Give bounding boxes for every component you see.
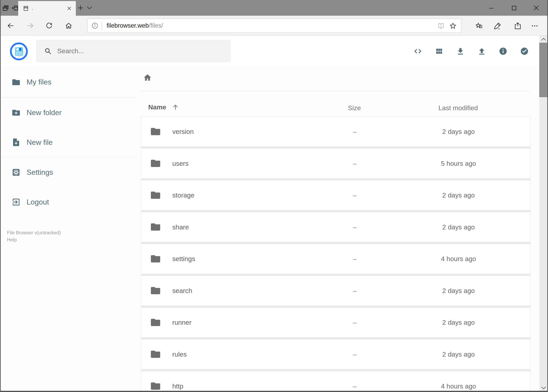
file-name: search <box>172 276 192 306</box>
select-check-icon[interactable] <box>520 47 529 55</box>
folder-icon <box>150 285 161 296</box>
column-header-name[interactable]: Name <box>148 104 179 111</box>
file-size: – <box>334 117 376 147</box>
favorites-hub-icon[interactable] <box>475 22 483 30</box>
titlebar: . <box>0 0 548 16</box>
address-bar[interactable]: filebrowser.web/files/ <box>87 19 461 33</box>
sidebar-label: New file <box>27 132 53 153</box>
file-row[interactable]: settings – 4 hours ago <box>141 244 530 274</box>
shell-toggle-icon[interactable] <box>413 47 422 55</box>
file-modified: 2 days ago <box>406 117 511 147</box>
url-domain: filebrowser.web <box>107 22 149 29</box>
settings-icon <box>12 168 21 177</box>
new-tab-button[interactable] <box>77 5 84 11</box>
tab-preview-icon[interactable] <box>2 5 9 12</box>
file-row[interactable]: storage – 2 days ago <box>141 181 530 210</box>
column-headers: Name Size Last modified <box>137 100 539 116</box>
url-path: /files/ <box>149 22 163 29</box>
web-note-pen-icon[interactable] <box>493 22 502 30</box>
sidebar-item-my-files[interactable]: My files <box>0 72 137 93</box>
file-row[interactable]: share – 2 days ago <box>141 212 530 242</box>
window-maximize-button[interactable] <box>506 0 522 16</box>
reading-view-icon[interactable] <box>437 22 445 29</box>
folder-icon <box>150 253 161 264</box>
refresh-icon[interactable] <box>45 22 53 29</box>
file-modified: 2 days ago <box>406 181 511 210</box>
file-name: version <box>172 117 194 147</box>
window-close-button[interactable] <box>528 0 544 16</box>
site-info-icon[interactable] <box>91 22 98 29</box>
folder-icon <box>150 189 161 201</box>
grid-view-icon[interactable] <box>435 47 444 55</box>
sort-ascending-icon <box>172 104 179 111</box>
url-text[interactable]: filebrowser.web/files/ <box>107 22 437 29</box>
window-minimize-button[interactable] <box>483 0 499 16</box>
file-modified: 5 hours ago <box>406 148 511 178</box>
browser-navbar: filebrowser.web/files/ <box>0 16 548 36</box>
add-favorite-star-icon[interactable] <box>449 22 457 29</box>
sidebar-label: Logout <box>27 192 49 213</box>
file-size: – <box>334 181 376 210</box>
breadcrumb-divider <box>141 91 531 91</box>
sidebar-label: My files <box>27 72 51 93</box>
file-row[interactable]: version – 2 days ago <box>141 117 530 147</box>
browser-tab[interactable]: . <box>18 1 76 16</box>
forward-icon[interactable] <box>27 22 34 29</box>
file-modified: 2 days ago <box>406 339 511 369</box>
scroll-down-icon[interactable] <box>539 384 548 391</box>
filebrowser-logo[interactable] <box>10 42 28 61</box>
sidebar-item-new-folder[interactable]: New folder <box>0 102 137 123</box>
folder-icon <box>150 221 161 232</box>
folder-icon <box>150 126 161 137</box>
tab-list-chevron-icon[interactable] <box>86 5 92 11</box>
help-link[interactable]: Help <box>7 236 61 243</box>
sidebar-item-settings[interactable]: Settings <box>0 162 137 183</box>
file-modified: 2 days ago <box>406 276 511 306</box>
download-icon[interactable] <box>456 47 465 55</box>
column-header-modified[interactable]: Last modified <box>406 104 511 112</box>
search-input[interactable] <box>56 47 231 55</box>
header-actions <box>413 36 539 66</box>
tab-title: . <box>32 6 67 11</box>
folder-icon <box>12 78 21 87</box>
page-icon <box>23 6 29 11</box>
file-row[interactable]: users – 5 hours ago <box>141 148 530 178</box>
file-row[interactable]: runner – 2 days ago <box>141 308 530 337</box>
scrollbar-thumb[interactable] <box>539 43 548 97</box>
scroll-up-icon[interactable] <box>539 36 548 43</box>
file-size: – <box>334 244 376 274</box>
file-size: – <box>334 212 376 242</box>
file-row[interactable]: rules – 2 days ago <box>141 339 530 369</box>
more-options-icon[interactable] <box>531 22 539 30</box>
browser-window: . <box>0 0 548 392</box>
file-row[interactable]: search – 2 days ago <box>141 276 530 306</box>
new-folder-icon <box>12 108 21 117</box>
back-icon[interactable] <box>7 22 14 29</box>
sidebar-divider <box>0 97 137 98</box>
logout-icon <box>12 197 21 206</box>
file-name: rules <box>172 339 187 369</box>
share-icon[interactable] <box>513 22 522 30</box>
file-size: – <box>334 276 376 306</box>
version-text: File Browser v(untracked) <box>7 229 61 236</box>
sidebar-item-logout[interactable]: Logout <box>0 192 137 213</box>
home-icon[interactable] <box>65 22 72 29</box>
sidebar-label: Settings <box>27 162 53 183</box>
page-scrollbar[interactable] <box>539 36 548 392</box>
folder-icon <box>150 317 161 328</box>
file-size: – <box>334 308 376 337</box>
file-listing: Name Size Last modified version – 2 days… <box>137 66 539 392</box>
breadcrumb-home-icon[interactable] <box>143 73 152 82</box>
folder-icon <box>150 158 161 169</box>
upload-icon[interactable] <box>477 47 486 55</box>
set-tabs-aside-icon[interactable] <box>12 5 19 12</box>
file-rows: version – 2 days ago users – 5 hours ago… <box>141 116 531 392</box>
file-row[interactable]: http – 4 hours ago <box>141 371 530 392</box>
info-icon[interactable] <box>499 47 507 55</box>
file-modified: 2 days ago <box>406 212 511 242</box>
search-bar[interactable] <box>36 40 231 62</box>
column-header-size[interactable]: Size <box>333 104 375 112</box>
file-size: – <box>334 148 376 178</box>
tab-close-icon[interactable] <box>66 6 72 11</box>
sidebar-item-new-file[interactable]: New file <box>0 132 137 153</box>
